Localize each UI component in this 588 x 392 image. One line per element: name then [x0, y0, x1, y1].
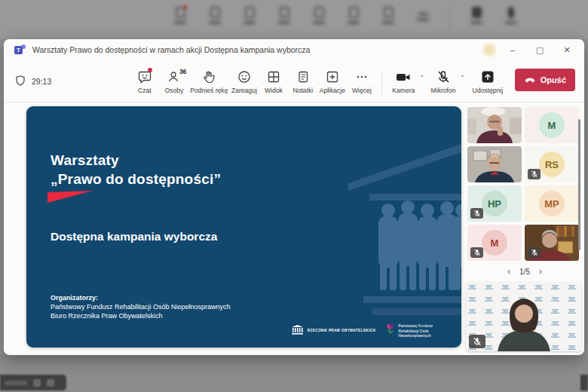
meeting-toolbar: 29:13 Czat 36 Osoby — [4, 60, 584, 103]
ellipsis-icon — [354, 69, 369, 84]
leave-button[interactable]: Opuść — [515, 69, 575, 91]
avatar-initials: HP — [482, 191, 507, 216]
toolbar-divider — [381, 70, 382, 96]
panel-scrollbar[interactable] — [578, 119, 580, 250]
maximize-button[interactable]: ▢ — [530, 42, 550, 57]
participant-video-tile[interactable] — [467, 146, 522, 182]
minimize-button[interactable]: – — [503, 42, 522, 57]
slide-subtitle: Dostępna kampania wyborcza — [51, 230, 217, 243]
apps-plus-icon — [325, 69, 340, 84]
desktop: T Warsztaty Prawo do dostępności w ramac… — [0, 0, 588, 392]
camera-icon — [395, 69, 412, 84]
camera-options-chevron-icon[interactable]: ⌄ — [419, 72, 424, 78]
teams-logo-icon: T — [14, 44, 26, 56]
apps-button[interactable]: Aplikacje — [318, 67, 346, 94]
close-button[interactable]: ✕ — [557, 42, 577, 57]
rpo-logo-text: RZECZNIK PRAW OBYWATELSKICH — [308, 329, 375, 332]
tulip-icon — [386, 323, 394, 338]
chat-button[interactable]: Czat — [130, 67, 158, 94]
share-button[interactable]: Udostępnij — [468, 67, 507, 94]
background-app-strip — [0, 0, 588, 39]
participant-avatar-tile[interactable]: HP — [467, 185, 522, 222]
blurred-icon — [241, 7, 258, 28]
desktop-bottom-strip — [0, 355, 588, 392]
meeting-timer: 29:13 — [32, 77, 51, 86]
raise-hand-button[interactable]: Podnieś rękę — [189, 67, 228, 94]
participant-avatar-tile[interactable]: M — [525, 107, 579, 143]
notebook-icon — [296, 69, 311, 84]
shield-icon — [14, 75, 26, 88]
courthouse-people-watermark-graphic — [250, 136, 461, 325]
pagination-next-icon[interactable]: › — [537, 266, 544, 277]
meeting-stage: Warsztaty „Prawo do dostępności” Dostępn… — [4, 103, 584, 354]
blurred-camera-icon — [468, 7, 485, 28]
microphone-muted-icon — [436, 69, 451, 84]
grid-view-icon — [266, 69, 281, 84]
more-button[interactable]: Więcej — [348, 67, 375, 94]
window-title: Warsztaty Prawo do dostępności w ramach … — [32, 45, 310, 54]
courthouse-building-icon — [291, 324, 304, 338]
smiley-icon — [237, 69, 252, 84]
participant-avatar-tile[interactable]: MP — [525, 185, 579, 222]
participant-avatar-tile[interactable]: RS — [525, 146, 579, 182]
muted-mic-icon — [470, 208, 483, 219]
muted-mic-icon — [528, 169, 541, 179]
blurred-notification-dot — [183, 5, 187, 9]
blurred-icon — [380, 7, 397, 28]
screen-share-control-bar-blurred[interactable] — [0, 375, 66, 390]
blurred-divider — [449, 8, 450, 28]
chat-notification-dot — [148, 68, 152, 72]
muted-mic-icon — [470, 247, 483, 258]
blurred-icon — [311, 7, 327, 28]
pagination-prev-icon[interactable]: ‹ — [506, 266, 512, 277]
camera-button[interactable]: Kamera — [388, 67, 418, 94]
participant-avatar-tile[interactable]: M — [467, 225, 522, 261]
avatar-initials: RS — [539, 152, 565, 177]
muted-mic-icon — [528, 247, 541, 258]
microphone-button[interactable]: Mikrofon — [427, 67, 459, 94]
muted-mic-icon — [469, 335, 485, 348]
slide-title: Warsztaty „Prawo do dostępności” — [51, 152, 221, 188]
hangup-phone-icon — [524, 75, 536, 84]
microphone-options-chevron-icon[interactable]: ⌄ — [460, 72, 465, 78]
react-button[interactable]: Zareaguj — [230, 67, 258, 94]
blurred-mic-icon — [503, 7, 519, 28]
avatar-initials: MP — [539, 191, 565, 216]
shared-presentation-slide: Warsztaty „Prawo do dostępności” Dostępn… — [26, 106, 461, 348]
pfron-logo: Państwowy Fundusz Rehabilitacji Osób Nie… — [386, 323, 433, 338]
share-screen-icon — [480, 69, 495, 84]
participant-video-tile[interactable] — [525, 225, 579, 261]
window-titlebar: T Warsztaty Prawo do dostępności w ramac… — [4, 39, 584, 60]
avatar-initials: M — [539, 112, 565, 138]
red-flag-accent — [47, 191, 93, 203]
blurred-icon — [415, 7, 431, 28]
slide-organizers: Organizatorzy: Państwowy Fundusz Rehabil… — [51, 293, 231, 320]
background-toolbar-blurred — [172, 7, 519, 28]
blurred-icon — [172, 7, 188, 28]
rpo-logo: RZECZNIK PRAW OBYWATELSKICH — [291, 324, 375, 338]
raise-hand-icon — [201, 69, 216, 84]
teams-meeting-window: T Warsztaty Prawo do dostępności w ramac… — [4, 39, 584, 355]
blurred-icon — [276, 7, 292, 28]
people-count: 36 — [179, 68, 186, 75]
spotlight-video-tile[interactable] — [466, 282, 582, 351]
notes-button[interactable]: Notatki — [289, 67, 317, 94]
participants-pagination: ‹ 1/5 › — [467, 261, 582, 282]
pfron-logo-text: Państwowy Fundusz Rehabilitacji Osób Nie… — [398, 323, 433, 338]
blurred-icon — [207, 7, 223, 28]
profile-avatar[interactable] — [483, 44, 495, 56]
people-button[interactable]: 36 Osoby — [160, 67, 188, 94]
blurred-corner-element — [580, 375, 588, 390]
pagination-current: 1/5 — [519, 268, 530, 276]
avatar-initials: M — [482, 230, 507, 256]
participants-panel: M — [467, 107, 582, 351]
participant-video-tile[interactable] — [467, 107, 522, 143]
blurred-icon — [345, 7, 362, 28]
view-button[interactable]: Widok — [259, 67, 287, 94]
